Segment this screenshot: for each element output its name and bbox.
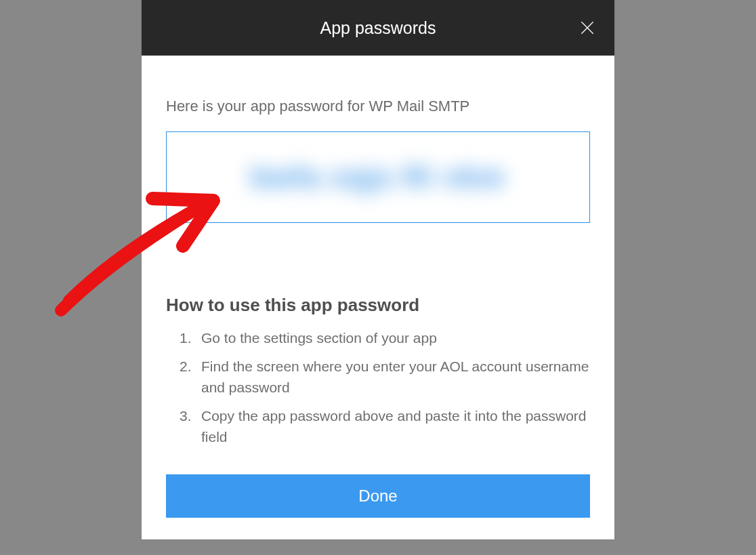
close-icon (579, 19, 596, 37)
instructions-list: Go to the settings section of your app F… (166, 328, 590, 447)
modal-body: Here is your app password for WP Mail SM… (142, 56, 614, 539)
password-display-box[interactable]: bwfa oqjs Ri vkm (166, 131, 590, 223)
instruction-step: Go to the settings section of your app (180, 328, 590, 348)
modal-header: App passwords (142, 0, 614, 56)
instruction-step: Copy the app password above and paste it… (180, 406, 590, 447)
password-value: bwfa oqjs Ri vkm (251, 161, 505, 194)
instruction-step: Find the screen where you enter your AOL… (180, 356, 590, 398)
instructions-heading: How to use this app password (166, 295, 590, 316)
done-button[interactable]: Done (166, 474, 590, 518)
intro-text: Here is your app password for WP Mail SM… (166, 98, 590, 115)
modal-title: App passwords (320, 18, 436, 38)
app-password-modal: App passwords Here is your app password … (142, 0, 614, 539)
close-button[interactable] (576, 17, 598, 39)
